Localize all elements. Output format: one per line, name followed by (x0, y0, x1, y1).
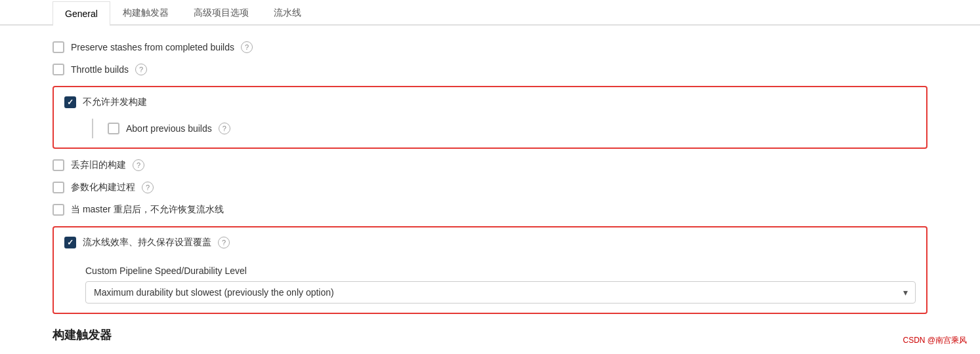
discard-old-label: 丢弃旧的构建 (71, 159, 126, 171)
no-resume-row: 当 master 重启后，不允许恢复流水线 (53, 204, 927, 216)
parameterized-row: 参数化构建过程 ? (53, 182, 927, 193)
discard-old-checkbox[interactable] (53, 159, 64, 171)
no-resume-label: 当 master 重启后，不允许恢复流水线 (71, 204, 224, 216)
no-resume-checkbox[interactable] (53, 204, 64, 216)
tabs-bar: General 构建触发器 高级项目选项 流水线 (0, 0, 980, 26)
abort-previous-subitem: Abort previous builds ? (64, 119, 916, 138)
pipeline-speed-help[interactable]: ? (218, 237, 230, 248)
throttle-builds-label: Throttle builds (71, 64, 129, 75)
no-concurrent-row: 不允许并发构建 (64, 96, 916, 108)
durability-select[interactable]: Maximum durability but slowest (previous… (85, 281, 916, 304)
pipeline-speed-label: 流水线效率、持久保存设置覆盖 (83, 237, 211, 248)
abort-previous-label: Abort previous builds (126, 123, 212, 134)
preserve-stashes-checkbox[interactable] (53, 41, 64, 53)
preserve-stashes-row: Preserve stashes from completed builds ? (53, 41, 927, 53)
tab-advanced-label: 高级项目选项 (194, 7, 249, 18)
no-concurrent-group: 不允许并发构建 Abort previous builds ? (53, 86, 927, 149)
preserve-stashes-help[interactable]: ? (241, 41, 253, 53)
throttle-builds-help[interactable]: ? (135, 64, 147, 75)
indent-line (92, 119, 93, 138)
tab-pipeline-label: 流水线 (274, 7, 301, 18)
abort-previous-help[interactable]: ? (219, 123, 230, 134)
build-triggers-section-title: 构建触发器 (53, 327, 927, 343)
pipeline-speed-checkbox[interactable] (64, 237, 76, 248)
parameterized-checkbox[interactable] (53, 182, 64, 193)
preserve-stashes-label: Preserve stashes from completed builds (71, 42, 234, 52)
tab-build-triggers[interactable]: 构建触发器 (110, 0, 181, 26)
pipeline-speed-row: 流水线效率、持久保存设置覆盖 ? (64, 237, 916, 248)
custom-pipeline-label: Custom Pipeline Speed/Durability Level (85, 266, 916, 276)
throttle-builds-row: Throttle builds ? (53, 64, 927, 75)
discard-old-help[interactable]: ? (133, 159, 144, 171)
tab-general[interactable]: General (53, 1, 110, 26)
content-area: Preserve stashes from completed builds ?… (0, 26, 980, 354)
throttle-builds-checkbox[interactable] (53, 64, 64, 75)
discard-old-row: 丢弃旧的构建 ? (53, 159, 927, 171)
no-concurrent-label: 不允许并发构建 (83, 96, 147, 108)
pipeline-speed-group: 流水线效率、持久保存设置覆盖 ? Custom Pipeline Speed/D… (53, 226, 927, 314)
tab-general-label: General (65, 9, 98, 19)
parameterized-label: 参数化构建过程 (71, 182, 135, 193)
no-concurrent-checkbox[interactable] (64, 96, 76, 108)
tab-pipeline[interactable]: 流水线 (261, 0, 314, 26)
page-container: General 构建触发器 高级项目选项 流水线 Preserve stashe… (0, 0, 980, 354)
tab-advanced[interactable]: 高级项目选项 (181, 0, 261, 26)
watermark: CSDN @南宫乘风 (903, 335, 967, 346)
abort-previous-checkbox[interactable] (108, 123, 119, 134)
tab-build-triggers-label: 构建触发器 (123, 7, 169, 18)
parameterized-help[interactable]: ? (142, 182, 154, 193)
durability-select-wrap: Maximum durability but slowest (previous… (85, 281, 916, 304)
